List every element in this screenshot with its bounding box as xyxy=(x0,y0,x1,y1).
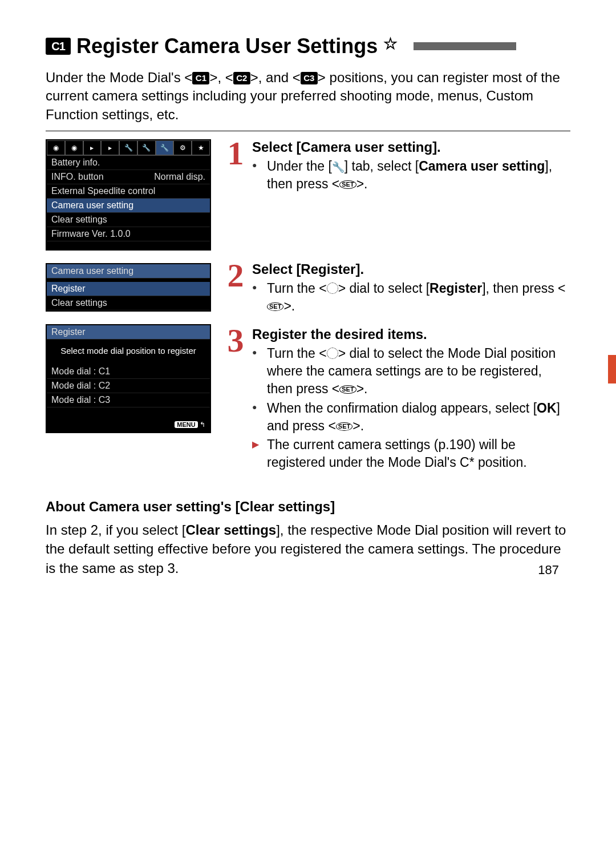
lcd-menu-row: Battery info. xyxy=(47,156,210,170)
step-result-bullet: The current camera settings (p.190) will… xyxy=(252,436,570,471)
step-3: 3 Register the desired items. Turn the <… xyxy=(225,326,570,472)
lcd-tab-icon: ◉ xyxy=(47,140,65,155)
lcd-screenshots-column: ◉ ◉ ▸ ▸ 🔧 🔧 🔧 ⚙ ★ Battery info. INFO. bu… xyxy=(46,139,211,446)
set-button-icon: SET xyxy=(267,302,283,311)
lcd-register-message: Select mode dial position to register xyxy=(47,340,210,365)
return-icon: ↰ xyxy=(200,421,205,429)
lcd-menu-row: Firmware Ver. 1.0.0 xyxy=(47,227,210,241)
step-bullet: Under the [] tab, select [Camera user se… xyxy=(252,158,570,193)
content-columns: ◉ ◉ ▸ ▸ 🔧 🔧 🔧 ⚙ ★ Battery info. INFO. bu… xyxy=(46,139,570,483)
lcd-register-row: Mode dial : C3 xyxy=(47,393,210,407)
lcd-register-row: Mode dial : C2 xyxy=(47,379,210,393)
step-title: Register the desired items. xyxy=(252,326,570,342)
step-number: 2 xyxy=(225,261,246,289)
set-button-icon: SET xyxy=(339,385,356,394)
page-title: C1 Register Camera User Settings ☆ xyxy=(46,34,570,58)
lcd-screenshot-menu: ◉ ◉ ▸ ▸ 🔧 🔧 🔧 ⚙ ★ Battery info. INFO. bu… xyxy=(46,139,211,251)
page-number: 187 xyxy=(538,563,559,578)
separator-line xyxy=(46,131,570,131)
lcd-screenshot-submenu: Camera user setting Register Clear setti… xyxy=(46,263,211,312)
lcd-menu-row: External Speedlite control xyxy=(47,184,210,199)
wrench-icon xyxy=(332,159,345,173)
lcd-register-row: Mode dial : C1 xyxy=(47,365,210,379)
step-1: 1 Select [Camera user setting]. Under th… xyxy=(225,139,570,194)
instruction-steps-column: 1 Select [Camera user setting]. Under th… xyxy=(225,139,570,483)
lcd-menu-row: Clear settings xyxy=(47,213,210,227)
about-clear-settings-title: About Camera user setting's [Clear setti… xyxy=(46,499,570,515)
lcd-tab-icon: 🔧 xyxy=(137,140,156,155)
set-button-icon: SET xyxy=(339,180,356,189)
lcd-menu-row-selected: Camera user setting xyxy=(47,199,210,213)
step-number: 1 xyxy=(225,139,246,167)
lcd-tab-icon: ★ xyxy=(192,140,210,155)
page-title-text: Register Camera User Settings xyxy=(76,34,378,58)
step-bullet: When the confirmation dialog appears, se… xyxy=(252,399,570,435)
mode-c3-inline-icon: C3 xyxy=(301,72,318,84)
lcd-tab-icon: ⚙ xyxy=(173,140,192,155)
dial-icon xyxy=(327,348,338,359)
lcd-submenu-title: Camera user setting xyxy=(47,264,210,278)
lcd-tab-icon: 🔧 xyxy=(119,140,137,155)
step-number: 3 xyxy=(225,326,246,354)
step-bullet: Turn the <> dial to select [Register], t… xyxy=(252,280,570,315)
mode-c1-icon: C1 xyxy=(46,38,71,55)
lcd-screenshot-register: Register Select mode dial position to re… xyxy=(46,324,211,433)
step-2: 2 Select [Register]. Turn the <> dial to… xyxy=(225,261,570,316)
step-title: Select [Camera user setting]. xyxy=(252,139,570,155)
manual-page: C1 Register Camera User Settings ☆ Under… xyxy=(0,0,616,600)
mode-c2-inline-icon: C2 xyxy=(233,72,250,84)
title-decorative-bar xyxy=(414,42,516,50)
lcd-menu-row: INFO. buttonNormal disp. xyxy=(47,170,210,184)
step-title: Select [Register]. xyxy=(252,261,570,277)
lcd-bottom-bar: MENU ↰ xyxy=(47,419,210,432)
lcd-tab-icon: ▸ xyxy=(83,140,102,155)
lcd-submenu-row: Clear settings xyxy=(47,296,210,310)
lcd-submenu-row-selected: Register xyxy=(47,282,210,296)
menu-back-pill: MENU xyxy=(175,421,197,428)
about-clear-settings-body: In step 2, if you select [Clear settings… xyxy=(46,520,570,578)
lcd-register-title: Register xyxy=(47,325,210,340)
star-icon: ☆ xyxy=(383,36,398,52)
lcd-menu-tabs: ◉ ◉ ▸ ▸ 🔧 🔧 🔧 ⚙ ★ xyxy=(47,140,210,156)
dial-icon xyxy=(327,282,338,294)
step-bullet: Turn the <> dial to select the Mode Dial… xyxy=(252,345,570,398)
lcd-tab-icon: ◉ xyxy=(65,140,83,155)
section-thumb-tab xyxy=(608,355,616,383)
set-button-icon: SET xyxy=(336,422,352,431)
intro-paragraph: Under the Mode Dial's <C1>, <C2>, and <C… xyxy=(46,68,570,124)
lcd-tab-active-icon: 🔧 xyxy=(156,140,174,155)
lcd-tab-icon: ▸ xyxy=(101,140,119,155)
mode-c1-inline-icon: C1 xyxy=(192,72,209,84)
